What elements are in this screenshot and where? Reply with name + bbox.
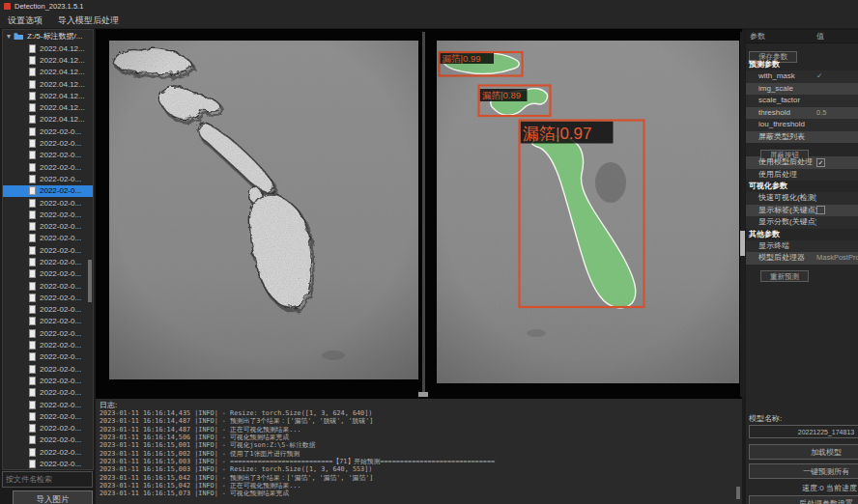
tree-item[interactable]: 2022-02-0... <box>3 220 93 232</box>
load-model-button[interactable]: 加载模型 <box>749 444 858 460</box>
tree-item[interactable]: 2022-02-0... <box>3 375 93 386</box>
param-label: with_mask <box>746 70 816 83</box>
tree-item-label: 2022-02-0... <box>40 186 81 195</box>
tree-item[interactable]: 2022-02-0... <box>3 197 93 209</box>
param-row[interactable]: 模型后处理器MaskPostPro <box>746 252 858 265</box>
param-row[interactable]: iou_threshold <box>746 119 858 131</box>
prediction-image-pane[interactable]: 漏箔|0.99 漏箔|0.89 漏箔|0.97 <box>437 41 739 383</box>
tree-item[interactable]: 2022-02-0... <box>3 126 93 137</box>
tree-item[interactable]: 2022.04.12... <box>3 101 93 113</box>
window-title: Detection_2023.1.5.1 <box>14 2 83 11</box>
tree-root-folder[interactable]: ▾ Z:/5-标注数据/... <box>3 30 93 42</box>
tree-item-label: 2022-02-0... <box>40 424 81 433</box>
tree-scrollbar-thumb[interactable] <box>88 260 92 302</box>
postprocess-params-button[interactable]: 后处理参数设置 <box>749 495 858 504</box>
params-scrollbar[interactable] <box>740 32 745 397</box>
param-value[interactable]: ✓ <box>816 70 858 83</box>
tree-item[interactable]: 2022.04.12... <box>3 90 93 101</box>
tree-item[interactable]: 2022-02-0... <box>3 304 93 316</box>
file-icon <box>29 186 36 195</box>
tree-item[interactable]: 2022-02-0... <box>3 399 93 410</box>
param-row[interactable]: 屏蔽类型列表 <box>746 131 858 144</box>
params-scrollbar-thumb[interactable] <box>740 231 745 256</box>
log-line: 2023-01-11 16:16:15,003 |INFO| - Resize:… <box>100 465 734 473</box>
param-action-button[interactable]: 重新预测 <box>760 270 809 282</box>
param-row[interactable]: threshold0.5 <box>746 107 858 120</box>
tree-item[interactable]: 2022.04.12... <box>3 114 93 126</box>
param-value[interactable] <box>816 205 858 217</box>
tree-item[interactable]: 2022-02-0... <box>3 150 93 161</box>
param-value[interactable]: ✓ <box>816 156 858 169</box>
param-row[interactable]: img_scale <box>746 83 858 96</box>
param-value[interactable] <box>816 83 858 96</box>
tree-item[interactable]: 2022.04.12... <box>3 78 93 90</box>
import-images-button[interactable]: 导入图片 <box>13 490 93 504</box>
tree-item-label: 2022-02-0... <box>40 175 81 183</box>
tree-item[interactable]: 2022-02-0... <box>3 434 93 446</box>
tree-item[interactable]: 2022-02-0... <box>3 363 93 375</box>
tree-item[interactable]: 2022-02-0... <box>3 280 93 292</box>
tree-item[interactable]: 2022-02-0... <box>3 351 93 363</box>
tree-item[interactable]: 2022-02-0... <box>3 458 93 469</box>
model-name-label: 模型名称: <box>749 413 782 424</box>
expand-arrow-icon[interactable]: ▾ <box>7 33 11 41</box>
param-row[interactable]: 使用后处理 <box>746 169 858 182</box>
menu-item-import-postprocess[interactable]: 导入模型后处理 <box>50 14 127 27</box>
filename-filter-input[interactable] <box>2 471 93 488</box>
tree-item[interactable]: 2022-02-0... <box>3 327 93 339</box>
predict-all-button[interactable]: 一键预测所有 <box>749 463 858 479</box>
original-image-pane[interactable] <box>109 41 418 379</box>
log-line: 2023-01-11 16:16:15,001 |INFO| - 可视化json… <box>100 441 734 449</box>
params-header-value: 值 <box>816 30 858 42</box>
param-value[interactable] <box>816 95 858 107</box>
tree-item-selected[interactable]: 2022-02-0... <box>3 185 93 197</box>
param-value[interactable]: 0.5 <box>816 107 858 120</box>
tree-item-label: 2022-02-0... <box>40 352 81 361</box>
param-row[interactable]: 显示标签(关键点) <box>746 205 858 217</box>
tree-item[interactable]: 2022-02-0... <box>3 233 93 244</box>
tree-item[interactable]: 2022-02-0... <box>3 244 93 256</box>
checkbox-checked-icon[interactable]: ✓ <box>816 158 825 167</box>
param-value[interactable]: MaskPostPro <box>816 252 858 265</box>
pane-splitter[interactable] <box>422 32 425 392</box>
tree-item[interactable]: 2022-02-0... <box>3 209 93 220</box>
menu-item-settings[interactable]: 设置选项 <box>0 14 50 27</box>
model-name-field[interactable]: 20221225_174813 <box>749 425 858 438</box>
param-value[interactable] <box>816 169 858 182</box>
log-line: 2023-01-11 16:16:15,042 |INFO| - 正在可视化预测… <box>100 482 734 490</box>
tree-item[interactable]: 2022.04.12... <box>3 67 93 78</box>
param-label: 模型后处理器 <box>746 252 816 265</box>
tree-item[interactable]: 2022-02-0... <box>3 137 93 149</box>
tree-item[interactable]: 2022-02-0... <box>3 173 93 184</box>
tree-item[interactable]: 2022-02-0... <box>3 292 93 303</box>
param-value[interactable] <box>816 131 858 144</box>
progress-text: 速度:0 当前进度 <box>749 483 857 493</box>
tree-item[interactable]: 2022.04.12... <box>3 54 93 66</box>
tree-item[interactable]: 2022-02-0... <box>3 423 93 434</box>
param-row[interactable]: with_mask✓ <box>746 70 858 83</box>
param-value[interactable] <box>816 216 858 229</box>
param-value[interactable] <box>816 240 858 253</box>
tree-item[interactable]: 2022-02-0... <box>3 316 93 327</box>
tree-item[interactable]: 2022-02-0... <box>3 410 93 422</box>
tree-item-label: 2022.04.12... <box>40 68 85 76</box>
tree-item[interactable]: 2022-02-0... <box>3 446 93 458</box>
pane-splitter-handle[interactable] <box>418 392 428 397</box>
param-row[interactable]: 使用模型后处理✓ <box>746 156 858 169</box>
log-scrollbar-thumb[interactable] <box>736 487 740 499</box>
param-value[interactable] <box>816 119 858 131</box>
tree-item[interactable]: 2022-02-0... <box>3 387 93 399</box>
tree-item[interactable]: 2022-02-0... <box>3 256 93 267</box>
file-icon <box>29 103 36 112</box>
tree-item[interactable]: 2022-02-0... <box>3 161 93 173</box>
param-row[interactable]: 快速可视化(检测) <box>746 192 858 205</box>
tree-item[interactable]: 2022.04.12... <box>3 42 93 54</box>
tree-item-label: 2022-02-0... <box>40 388 81 397</box>
tree-item[interactable]: 2022-02-0... <box>3 339 93 350</box>
param-row[interactable]: scale_factor <box>746 95 858 107</box>
checkbox-unchecked-icon[interactable] <box>816 206 825 214</box>
tree-item[interactable]: 2022-02-0... <box>3 268 93 280</box>
param-row[interactable]: 显示分数(关键点) <box>746 216 858 229</box>
param-value[interactable] <box>816 192 858 205</box>
param-row[interactable]: 显示终端 <box>746 240 858 253</box>
